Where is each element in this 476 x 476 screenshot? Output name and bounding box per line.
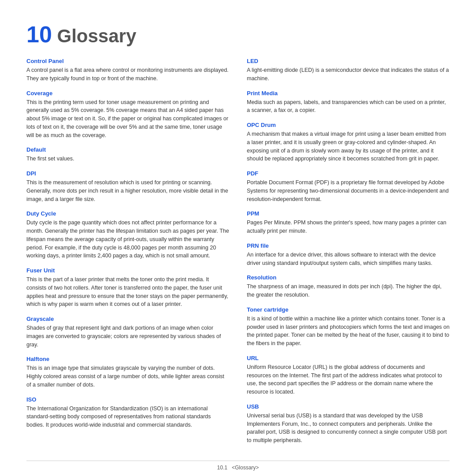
right-column: LEDA light-emitting diode (LED) is a sem… (247, 58, 450, 452)
term-heading: OPC Drum (247, 122, 450, 128)
term-definition: A light-emitting diode (LED) is a semico… (247, 66, 450, 83)
left-column: Control PanelA control panel is a flat a… (26, 58, 229, 452)
term-section: LEDA light-emitting diode (LED) is a sem… (247, 58, 450, 83)
term-heading: Halftone (26, 356, 229, 362)
term-heading: URL (247, 355, 450, 361)
term-heading: PRN file (247, 242, 450, 249)
chapter-label: Glossary (57, 26, 137, 46)
content-area: Control PanelA control panel is a flat a… (26, 58, 450, 452)
term-definition: Pages Per Minute. PPM shows the printer'… (247, 219, 450, 235)
term-section: USBUniversal serial bus (USB) is a stand… (247, 403, 450, 445)
term-definition: Universal serial bus (USB) is a standard… (247, 412, 450, 445)
term-section: CoverageThis is the printing term used f… (26, 90, 229, 140)
term-section: PDFPortable Document Format (PDF) is a p… (247, 170, 450, 203)
page-footer: 10.1 <Glossary> (26, 461, 450, 471)
term-definition: The International Organization for Stand… (26, 405, 229, 429)
term-definition: Media such as papers, labels, and transp… (247, 98, 450, 115)
term-heading: PDF (247, 170, 450, 177)
term-heading: DPI (26, 170, 229, 177)
term-definition: Shades of gray that represent light and … (26, 324, 229, 349)
term-definition: This is the measurement of resolution wh… (26, 178, 229, 203)
term-section: DPIThis is the measurement of resolution… (26, 170, 229, 203)
term-heading: Toner cartridge (247, 306, 450, 313)
term-heading: Coverage (26, 90, 229, 97)
term-heading: USB (247, 403, 450, 410)
term-heading: Fuser Unit (26, 267, 229, 274)
term-heading: LED (247, 58, 450, 64)
term-section: PRN fileAn interface for a device driver… (247, 242, 450, 268)
term-section: Print MediaMedia such as papers, labels,… (247, 90, 450, 115)
term-section: HalftoneThis is an image type that simul… (26, 356, 229, 389)
term-section: Fuser UnitThis is the part of a laser pr… (26, 267, 229, 309)
chapter-number: 10 (26, 22, 52, 47)
term-heading: Control Panel (26, 58, 229, 64)
term-section: Control PanelA control panel is a flat a… (26, 58, 229, 83)
term-heading: Grayscale (26, 316, 229, 322)
term-section: ISOThe International Organization for St… (26, 396, 229, 429)
term-definition: The sharpness of an image, measured in d… (247, 283, 450, 299)
term-definition: A mechanism that makes a virtual image f… (247, 130, 450, 163)
term-heading: PPM (247, 210, 450, 217)
term-definition: The first set values. (26, 155, 229, 163)
chapter-title: 10 Glossary (26, 22, 450, 47)
term-definition: Portable Document Format (PDF) is a prop… (247, 178, 450, 203)
term-heading: Resolution (247, 274, 450, 281)
page: 10 Glossary Control PanelA control panel… (0, 0, 476, 476)
term-definition: An interface for a device driver, this a… (247, 251, 450, 268)
term-section: GrayscaleShades of gray that represent l… (26, 316, 229, 349)
term-section: URLUniform Resource Locator (URL) is the… (247, 355, 450, 396)
term-definition: Duty cycle is the page quantity which do… (26, 219, 229, 260)
term-section: OPC DrumA mechanism that makes a virtual… (247, 122, 450, 163)
term-heading: Duty Cycle (26, 210, 229, 217)
term-section: ResolutionThe sharpness of an image, mea… (247, 274, 450, 299)
term-section: PPMPages Per Minute. PPM shows the print… (247, 210, 450, 235)
term-heading: ISO (26, 396, 229, 403)
term-definition: This is an image type that simulates gra… (26, 364, 229, 389)
term-section: Toner cartridgeIt is a kind of bottle wi… (247, 306, 450, 348)
term-section: Duty CycleDuty cycle is the page quantit… (26, 210, 229, 260)
term-definition: A control panel is a flat area where con… (26, 66, 229, 83)
term-definition: This is the printing term used for toner… (26, 98, 229, 140)
term-definition: This is the part of a laser printer that… (26, 275, 229, 309)
page-header: 10 Glossary (26, 22, 450, 47)
term-heading: Default (26, 146, 229, 153)
term-heading: Print Media (247, 90, 450, 97)
term-section: DefaultThe first set values. (26, 146, 229, 163)
term-definition: Uniform Resource Locator (URL) is the gl… (247, 363, 450, 396)
term-definition: It is a kind of bottle within a machine … (247, 315, 450, 348)
footer-page-num: 10.1 <Glossary> (217, 465, 259, 471)
